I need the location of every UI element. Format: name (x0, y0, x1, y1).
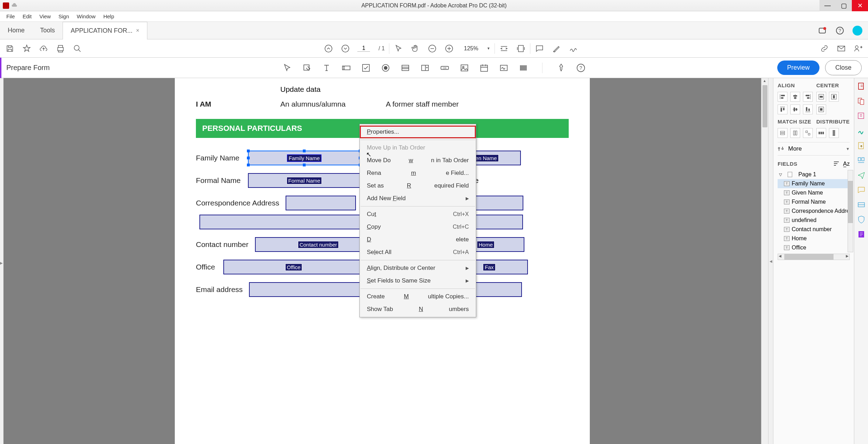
hand-tool-icon[interactable] (410, 44, 420, 53)
tree-item-given-name[interactable]: TGiven Name (778, 188, 850, 197)
tab-home[interactable]: Home (0, 22, 32, 39)
tree-page-1[interactable]: ▽ Page 1 (778, 170, 850, 179)
image-tool-icon[interactable] (459, 63, 470, 73)
fields-az-icon[interactable]: A̲z (843, 160, 850, 167)
ctx-align[interactable]: Align, Distribute or Center▶ (360, 262, 476, 274)
center-both-icon[interactable] (816, 104, 826, 114)
formal-name-field[interactable]: Formal Name (248, 173, 360, 188)
zoom-level[interactable]: 125% (464, 45, 478, 52)
minimize-button[interactable]: ― (819, 0, 836, 11)
highlight-icon[interactable] (551, 44, 561, 53)
tree-item-undefined[interactable]: Tundefined (778, 216, 850, 225)
vertical-scrollbar[interactable]: ▲ (761, 78, 768, 444)
fit-page-icon[interactable] (516, 44, 526, 53)
comment-icon[interactable] (535, 44, 544, 53)
left-gutter-arrow-icon[interactable]: ▶ (0, 261, 3, 265)
rt-scan-icon[interactable] (857, 201, 866, 209)
search-icon[interactable] (72, 44, 82, 53)
rt-form-icon[interactable] (857, 230, 866, 239)
scrollbar-thumb[interactable] (762, 85, 767, 127)
ctx-same-size[interactable]: Set Fields to Same Size▶ (360, 274, 476, 287)
align-right-icon[interactable] (803, 92, 813, 102)
page-number-input[interactable] (357, 45, 370, 52)
more-row[interactable]: More ▼ (778, 142, 850, 156)
email-icon[interactable] (836, 44, 846, 53)
menu-edit[interactable]: Edit (19, 12, 35, 21)
rt-protect-icon[interactable] (857, 215, 866, 224)
match-width-icon[interactable] (778, 128, 787, 138)
ctx-multiple[interactable]: Create Multiple Copies... (360, 290, 476, 303)
rt-send-icon[interactable] (857, 171, 866, 179)
tree-item-home[interactable]: THome (778, 234, 850, 243)
user-avatar[interactable] (853, 26, 862, 36)
page-up-icon[interactable] (324, 44, 333, 53)
tree-item-contact[interactable]: TContact number (778, 225, 850, 234)
align-center-h-icon[interactable] (790, 92, 800, 102)
sort-icon[interactable] (833, 160, 840, 167)
menu-window[interactable]: Window (73, 12, 99, 21)
maximize-button[interactable]: ▢ (836, 0, 852, 11)
checkbox-tool-icon[interactable] (361, 63, 371, 73)
menu-file[interactable]: File (3, 12, 18, 21)
ctx-add-new[interactable]: Add New Field▶ (360, 192, 476, 205)
tab-tools[interactable]: Tools (32, 22, 63, 39)
edit-tool-icon[interactable] (302, 63, 312, 73)
pointer-tool-icon[interactable] (282, 63, 293, 73)
center-h-icon[interactable] (816, 92, 826, 102)
text-field-tool-icon[interactable] (341, 63, 352, 73)
ctx-select-all[interactable]: Select AllCtrl+A (360, 246, 476, 259)
left-gutter[interactable]: ▶ (0, 78, 4, 444)
star-icon[interactable] (22, 44, 32, 53)
center-v-icon[interactable] (829, 92, 839, 102)
pin-tool-icon[interactable] (556, 63, 567, 73)
distribute-v-icon[interactable] (829, 128, 839, 138)
tab-close-icon[interactable]: × (136, 27, 139, 34)
barcode-tool-icon[interactable] (518, 63, 529, 73)
save-icon[interactable] (5, 44, 15, 53)
page-down-icon[interactable] (340, 44, 350, 53)
match-both-icon[interactable] (803, 128, 813, 138)
select-tool-icon[interactable] (394, 44, 403, 53)
share-icon[interactable] (853, 44, 863, 53)
align-center-v-icon[interactable] (790, 104, 800, 114)
align-bottom-icon[interactable] (803, 104, 813, 114)
ctx-properties[interactable]: PProperties...roperties... (360, 126, 476, 138)
button-tool-icon[interactable]: OK (440, 63, 450, 73)
fields-h-scrollbar[interactable]: ◀ ▶ (778, 254, 850, 260)
rt-create-pdf-icon[interactable] (857, 82, 866, 91)
ctx-delete[interactable]: Delete (360, 233, 476, 246)
rt-sign-icon[interactable] (857, 127, 866, 135)
ctx-copy[interactable]: CopyCtrl+C (360, 221, 476, 233)
tree-item-correspondence[interactable]: TCorrespondence Addre (778, 207, 850, 216)
text-field-icon[interactable] (321, 63, 332, 73)
zoom-dropdown-icon[interactable]: ▼ (487, 46, 490, 50)
form-help-icon[interactable]: ? (576, 63, 586, 73)
panel-collapse-handle[interactable]: ◀ (768, 78, 773, 444)
radio-tool-icon[interactable] (381, 63, 391, 73)
menu-sign[interactable]: Sign (55, 12, 72, 21)
menu-help[interactable]: Help (100, 12, 118, 21)
tree-item-family-name[interactable]: TFamily Name (778, 179, 850, 188)
link-icon[interactable] (819, 44, 829, 53)
align-top-icon[interactable] (778, 104, 787, 114)
zoom-out-icon[interactable] (427, 44, 437, 53)
fit-width-icon[interactable] (499, 44, 509, 53)
distribute-h-icon[interactable] (816, 128, 826, 138)
rt-edit-icon[interactable] (857, 112, 866, 120)
preview-button[interactable]: Preview (777, 61, 819, 75)
align-left-icon[interactable] (778, 92, 787, 102)
ctx-move-down[interactable]: Move Down in Tab Order (360, 154, 476, 167)
rt-comment-icon[interactable] (857, 186, 866, 194)
office-field[interactable]: Office (223, 260, 364, 274)
ctx-rename[interactable]: Rename Field... (360, 167, 476, 179)
tree-item-formal-name[interactable]: TFormal Name (778, 197, 850, 207)
rt-organize-icon[interactable] (857, 156, 866, 165)
list-tool-icon[interactable] (400, 63, 411, 73)
window-close-button[interactable]: ✕ (852, 0, 868, 11)
sign-icon[interactable] (568, 44, 578, 53)
cloud-upload-icon[interactable] (39, 44, 49, 53)
signature-tool-icon[interactable] (499, 63, 509, 73)
close-button[interactable]: Close (825, 60, 862, 75)
rt-export-icon[interactable] (857, 141, 866, 150)
correspondence-field-1[interactable] (286, 196, 356, 210)
